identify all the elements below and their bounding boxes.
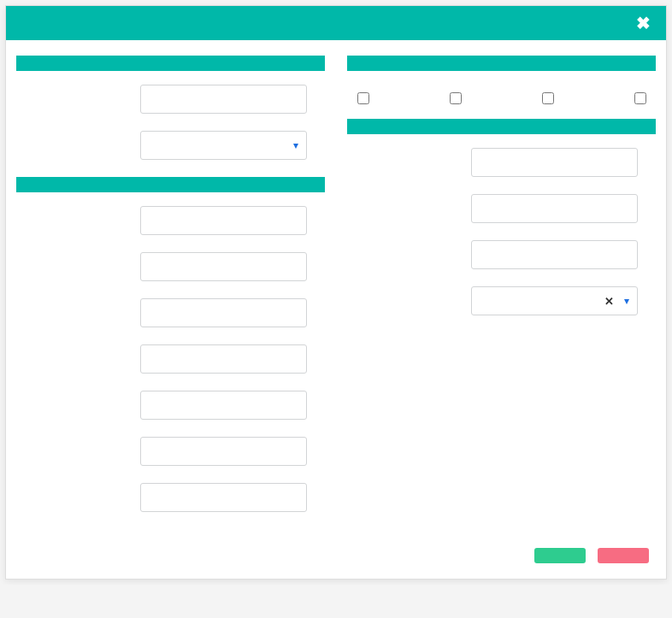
fax-input[interactable]	[140, 344, 307, 374]
type-partner-checkbox[interactable]	[634, 92, 646, 104]
name-input[interactable]	[140, 85, 307, 114]
row-email	[18, 391, 323, 420]
type-vendor[interactable]	[446, 85, 464, 107]
row-name	[18, 85, 323, 114]
section-account-information	[16, 56, 325, 71]
address-input[interactable]	[471, 148, 638, 177]
save-button[interactable]	[534, 548, 586, 563]
cell-phone-input[interactable]	[140, 298, 307, 327]
modal-footer	[6, 539, 666, 579]
row-cell-phone	[18, 298, 323, 327]
work-phone-input[interactable]	[140, 206, 307, 235]
cancel-button[interactable]	[598, 548, 649, 563]
clear-icon[interactable]: ✕	[604, 295, 614, 308]
row-work-phone	[18, 206, 323, 235]
row-city	[349, 194, 654, 223]
home-phone-input[interactable]	[140, 252, 307, 281]
email-input[interactable]	[140, 391, 307, 420]
row-website	[18, 483, 323, 512]
alt-email1-input[interactable]	[140, 437, 307, 466]
right-column: ✕ ▾	[349, 56, 654, 529]
category-select[interactable]	[140, 131, 307, 160]
category-select-wrap: ▾	[140, 131, 307, 160]
row-zip	[349, 240, 654, 269]
city-input[interactable]	[471, 194, 638, 223]
website-input[interactable]	[140, 483, 307, 512]
convert-to-account-modal: ✖ ▾	[5, 5, 667, 580]
type-competitor[interactable]	[539, 85, 557, 107]
type-competitor-checkbox[interactable]	[542, 92, 554, 104]
section-account-type	[347, 56, 656, 71]
section-contact-information	[16, 177, 325, 192]
modal-body: ▾	[6, 40, 666, 539]
type-customer[interactable]	[354, 85, 372, 107]
row-country: ✕ ▾	[349, 286, 654, 315]
row-category: ▾	[18, 131, 323, 160]
zip-input[interactable]	[471, 240, 638, 269]
row-home-phone	[18, 252, 323, 281]
type-partner[interactable]	[631, 85, 649, 107]
section-address-information	[347, 119, 656, 134]
row-alt-email1	[18, 437, 323, 466]
country-select-wrap: ✕ ▾	[471, 286, 638, 315]
left-column: ▾	[18, 56, 323, 529]
modal-header: ✖	[6, 6, 666, 40]
row-address	[349, 148, 654, 177]
type-vendor-checkbox[interactable]	[450, 92, 462, 104]
row-fax	[18, 344, 323, 374]
type-customer-checkbox[interactable]	[357, 92, 369, 104]
account-type-group	[349, 85, 654, 119]
close-icon[interactable]: ✖	[636, 15, 651, 32]
